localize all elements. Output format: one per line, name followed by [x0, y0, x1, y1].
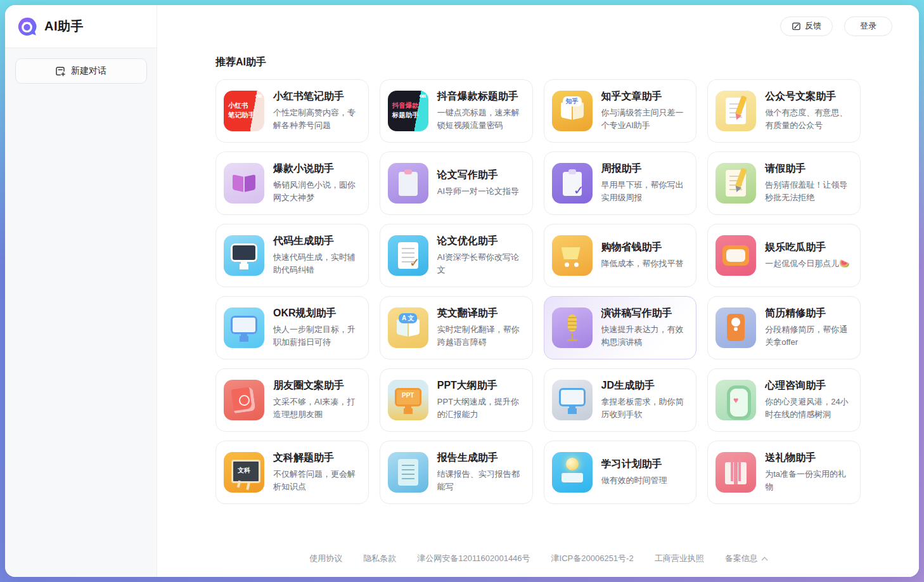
- assistant-icon: [715, 307, 756, 348]
- assistant-icon: 文科: [224, 452, 264, 493]
- assistant-text: 爆款小说助手畅销风润色小说，圆你网文大神梦: [273, 162, 362, 204]
- assistant-card-19[interactable]: JD生成助手拿捏老板需求，助你简历收到手软: [544, 368, 697, 432]
- check-shape-icon: [388, 235, 428, 276]
- assistant-card-16[interactable]: 简历精修助手分段精修简历，帮你通关拿offer: [707, 296, 861, 359]
- assistant-icon: [224, 380, 264, 420]
- assistant-icon: [715, 91, 756, 131]
- assistant-card-20[interactable]: 心理咨询助手你的心灵避风港，24小时在线的情感树洞: [707, 368, 861, 432]
- assistant-card-14[interactable]: A 文英文翻译助手实时定制化翻译，帮你跨越语言障碍: [380, 296, 533, 359]
- screen-shape-icon: [552, 380, 593, 420]
- assistant-text: 知乎文章助手你与满级答主间只差一个专业AI助手: [601, 90, 690, 132]
- assistant-card-3[interactable]: 知乎知乎文章助手你与满级答主间只差一个专业AI助手: [544, 79, 697, 143]
- assistant-icon: [715, 235, 756, 276]
- icon-text: 小红书笔记助手: [228, 101, 255, 119]
- assistant-desc: 你的心灵避风港，24小时在线的情感树洞: [765, 396, 854, 421]
- assistant-card-11[interactable]: 购物省钱助手降低成本，帮你找平替: [544, 224, 697, 287]
- assistant-icon: [715, 163, 756, 204]
- assistant-card-4[interactable]: 公众号文案助手做个有态度、有意思、有质量的公众号: [707, 79, 861, 143]
- assistant-title: 娱乐吃瓜助手: [765, 241, 849, 254]
- assistant-card-8[interactable]: 请假助手告别请假羞耻！让领导秒批无法拒绝: [707, 152, 861, 215]
- assistant-icon: [388, 235, 428, 276]
- assistant-title: 送礼物助手: [765, 451, 854, 465]
- assistant-title: 爆款小说助手: [273, 162, 362, 176]
- assistant-desc: 文采不够，AI来凑，打造理想朋友圈: [273, 396, 362, 421]
- assistant-desc: 做个有态度、有意思、有质量的公众号: [765, 107, 854, 132]
- book-shape-icon: [224, 163, 264, 204]
- new-chat-label: 新建对话: [71, 65, 106, 77]
- assistant-desc: 做有效的时间管理: [601, 474, 667, 487]
- assistant-desc: AI资深学长帮你改写论文: [437, 251, 526, 276]
- section-title: 推荐AI助手: [215, 56, 861, 69]
- assistant-icon: [552, 163, 593, 204]
- assistant-card-6[interactable]: 论文写作助手AI导师一对一论文指导: [380, 152, 533, 215]
- login-button[interactable]: 登录: [844, 16, 892, 36]
- assistant-card-15[interactable]: 演讲稿写作助手快速提升表达力，有效构思演讲稿: [544, 296, 697, 359]
- assistant-desc: PPT大纲速成，提升你的汇报能力: [437, 396, 526, 421]
- assistant-card-9[interactable]: 代码生成助手快速代码生成，实时辅助代码纠错: [215, 224, 369, 287]
- icon-badge: 知乎: [563, 96, 582, 107]
- resume-shape-icon: [715, 307, 756, 348]
- assistant-card-22[interactable]: 报告生成助手结课报告、实习报告都能写: [380, 441, 533, 504]
- assistant-text: 论文写作助手AI导师一对一论文指导: [437, 169, 519, 198]
- footer-link-2[interactable]: 隐私条款: [363, 553, 396, 564]
- assistant-icon: [715, 380, 756, 420]
- screen-shape-icon: [224, 307, 264, 348]
- assistant-card-24[interactable]: 送礼物助手为ta准备一份实用的礼物: [707, 441, 861, 504]
- assistant-text: 朋友圈文案助手文采不够，AI来凑，打造理想朋友圈: [273, 379, 362, 421]
- assistant-desc: 结课报告、实习报告都能写: [437, 468, 526, 493]
- assistant-text: PPT大纲助手PPT大纲速成，提升你的汇报能力: [437, 379, 526, 421]
- assistant-desc: 早用早下班，帮你写出实用级周报: [601, 179, 690, 204]
- assistant-text: 抖音爆款标题助手一键点亮标题，速来解锁短视频流量密码: [437, 90, 526, 132]
- assistant-card-1[interactable]: 小红书笔记助手««小红书笔记助手个性定制高赞内容，专解各种养号问题: [215, 79, 369, 143]
- gift-shape-icon: [715, 452, 756, 493]
- assistant-title: 公众号文案助手: [765, 90, 854, 103]
- new-chat-icon: [55, 66, 66, 77]
- assistant-card-23[interactable]: 学习计划助手做有效的时间管理: [544, 441, 697, 504]
- new-chat-button[interactable]: 新建对话: [15, 58, 147, 84]
- assistant-card-13[interactable]: OKR规划助手快人一步制定目标，升职加薪指日可待: [215, 296, 369, 359]
- footer-link-label: 津ICP备20006251号-2: [551, 553, 634, 564]
- assistant-icon: 抖音爆款标题助手««: [388, 91, 428, 131]
- assistant-title: 演讲稿写作助手: [601, 307, 690, 320]
- pencil-shape-icon: [715, 91, 756, 131]
- assistant-icon: [552, 307, 593, 348]
- icon-badge: PPT: [399, 391, 417, 399]
- assistant-title: 英文翻译助手: [437, 307, 526, 320]
- assistant-desc: 畅销风润色小说，圆你网文大神梦: [273, 179, 362, 204]
- footer-link-5[interactable]: 工商营业执照: [655, 553, 704, 564]
- chevrons-mark-icon: ««: [419, 91, 425, 100]
- assistant-card-17[interactable]: 朋友圈文案助手文采不够，AI来凑，打造理想朋友圈: [215, 368, 369, 432]
- mic-shape-icon: [552, 307, 593, 348]
- content: 推荐AI助手 小红书笔记助手««小红书笔记助手个性定制高赞内容，专解各种养号问题…: [157, 47, 919, 540]
- footer-link-6[interactable]: 备案信息: [725, 553, 767, 564]
- assistant-text: 娱乐吃瓜助手一起侃侃今日那点儿🍉: [765, 241, 849, 270]
- assistant-text: OKR规划助手快人一步制定目标，升职加薪指日可待: [273, 307, 362, 349]
- assistant-card-18[interactable]: PPTPPT大纲助手PPT大纲速成，提升你的汇报能力: [380, 368, 533, 432]
- footer-link-4[interactable]: 津ICP备20006251号-2: [551, 553, 634, 564]
- top-bar: 反馈 登录: [157, 5, 919, 47]
- assistant-card-12[interactable]: 娱乐吃瓜助手一起侃侃今日那点儿🍉: [707, 224, 861, 287]
- footer-link-3[interactable]: 津公网安备12011602001446号: [417, 553, 530, 564]
- assistant-title: 周报助手: [601, 162, 690, 176]
- doc-shape-icon: [388, 452, 428, 493]
- assistant-icon: [388, 452, 428, 493]
- screen-shape-icon: [224, 235, 264, 276]
- assistant-title: 简历精修助手: [765, 307, 854, 320]
- assistant-title: JD生成助手: [601, 379, 690, 392]
- footer-link-1[interactable]: 使用协议: [309, 553, 342, 564]
- assistant-card-10[interactable]: 论文优化助手AI资深学长帮你改写论文: [380, 224, 533, 287]
- icon-text: 抖音爆款标题助手: [392, 101, 419, 119]
- assistant-title: 心理咨询助手: [765, 379, 854, 392]
- assistant-icon: [715, 452, 756, 493]
- assistant-card-5[interactable]: 爆款小说助手畅销风润色小说，圆你网文大神梦: [215, 152, 369, 215]
- assistant-card-7[interactable]: 周报助手早用早下班，帮你写出实用级周报: [544, 152, 697, 215]
- assistant-desc: 实时定制化翻译，帮你跨越语言障碍: [437, 323, 526, 349]
- assistant-desc: 告别请假羞耻！让领导秒批无法拒绝: [765, 179, 854, 204]
- assistant-card-21[interactable]: 文科文科解题助手不仅解答问题，更会解析知识点: [215, 441, 369, 504]
- assistant-text: 请假助手告别请假羞耻！让领导秒批无法拒绝: [765, 162, 854, 204]
- assistant-card-2[interactable]: 抖音爆款标题助手««抖音爆款标题助手一键点亮标题，速来解锁短视频流量密码: [380, 79, 533, 143]
- check-shape-icon: [552, 163, 593, 204]
- feedback-button[interactable]: 反馈: [780, 16, 833, 36]
- assistant-desc: 为ta准备一份实用的礼物: [765, 468, 854, 493]
- assistant-desc: 分段精修简历，帮你通关拿offer: [765, 323, 854, 349]
